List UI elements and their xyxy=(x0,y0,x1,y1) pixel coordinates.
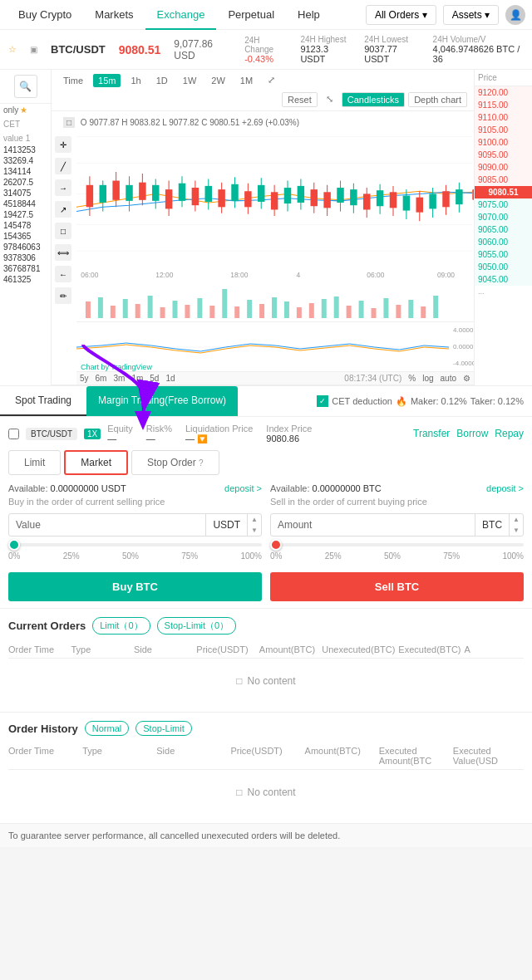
interval-1h[interactable]: 1h xyxy=(126,74,145,87)
sidebar-val-1[interactable]: 1413253 xyxy=(0,145,51,155)
interval-1m[interactable]: 1M xyxy=(235,74,258,87)
sidebar-val-11[interactable]: 9378306 xyxy=(0,252,51,263)
sidebar-val-3[interactable]: 134114 xyxy=(0,166,51,177)
ob-sell-8[interactable]: 9085.00 xyxy=(475,174,532,186)
user-avatar[interactable]: 👤 xyxy=(505,5,525,25)
ob-buy-6[interactable]: 9050.00 xyxy=(475,261,532,273)
transfer-link[interactable]: Transfer xyxy=(413,428,450,439)
ob-sell-5[interactable]: 9100.00 xyxy=(475,136,532,149)
ob-buy-1[interactable]: 9075.00 xyxy=(475,198,532,211)
zoom-1m[interactable]: 1m xyxy=(131,374,143,383)
sidebar-val-7[interactable]: 19427.5 xyxy=(0,209,51,220)
line-tool[interactable]: ╱ xyxy=(55,158,71,174)
history-normal-filter[interactable]: Normal xyxy=(85,721,129,736)
ob-sell-3[interactable]: 9110.00 xyxy=(475,111,532,124)
zoom-1d[interactable]: 1d xyxy=(165,374,175,383)
sell-slider-track[interactable] xyxy=(270,543,524,546)
ray-tool[interactable]: → xyxy=(55,179,71,196)
measure-tool[interactable]: ⟺ xyxy=(55,244,71,261)
ob-buy-3[interactable]: 9065.00 xyxy=(475,223,532,236)
sell-amount-input[interactable]: Amount BTC ▲ ▼ xyxy=(270,513,524,537)
cet-checkbox[interactable]: ✓ xyxy=(317,395,328,407)
pair-checkbox[interactable] xyxy=(8,429,19,439)
spot-trading-tab[interactable]: Spot Trading xyxy=(0,386,86,416)
sidebar-val-12[interactable]: 36768781 xyxy=(0,263,51,274)
expand-icon2[interactable]: ⤡ xyxy=(321,92,338,107)
ob-sell-4[interactable]: 9105.00 xyxy=(475,124,532,136)
ticker-pair[interactable]: BTC/USDT xyxy=(51,43,106,56)
nav-help[interactable]: Help xyxy=(286,0,332,30)
nav-buy-crypto[interactable]: Buy Crypto xyxy=(7,0,83,30)
rect-tool[interactable]: □ xyxy=(55,223,71,239)
market-btn[interactable]: Market xyxy=(64,450,128,475)
assets-btn[interactable]: Assets ▾ xyxy=(443,5,499,25)
pencil-tool[interactable]: ✏ xyxy=(55,287,71,304)
buy-value-down[interactable]: ▼ xyxy=(248,525,261,536)
depth-chart-btn[interactable]: Depth chart xyxy=(408,92,467,107)
search-button[interactable]: 🔍 xyxy=(14,75,37,98)
ob-sell-1[interactable]: 9120.00 xyxy=(475,86,532,99)
sell-deposit-link[interactable]: deposit > xyxy=(486,483,524,493)
ob-buy-2[interactable]: 9070.00 xyxy=(475,211,532,223)
interval-15m[interactable]: 15m xyxy=(93,74,121,87)
zoom-5y[interactable]: 5y xyxy=(80,374,89,383)
info-icon[interactable]: 🔽 xyxy=(197,434,207,443)
current-stoplimit-filter[interactable]: Stop-Limit（0） xyxy=(157,617,237,635)
buy-value-up[interactable]: ▲ xyxy=(248,514,261,525)
sidebar-val-2[interactable]: 33269.4 xyxy=(0,155,51,166)
nav-perpetual[interactable]: Perpetual xyxy=(216,0,286,30)
settings-icon[interactable]: ⚙ xyxy=(463,374,470,383)
zoom-5d[interactable]: 5d xyxy=(150,374,159,383)
limit-btn[interactable]: Limit xyxy=(8,450,61,475)
buy-btc-button[interactable]: Buy BTC xyxy=(8,572,262,601)
stop-order-btn[interactable]: Stop Order ? xyxy=(131,450,219,475)
sell-btc-button[interactable]: Sell BTC xyxy=(270,572,524,601)
sell-amount-down[interactable]: ▼ xyxy=(510,525,523,536)
current-limit-filter[interactable]: Limit（0） xyxy=(92,617,150,635)
interval-1d[interactable]: 1D xyxy=(151,74,173,87)
sidebar-val-8[interactable]: 145478 xyxy=(0,220,51,231)
zoom-6m[interactable]: 6m xyxy=(96,374,107,383)
ob-buy-5[interactable]: 9055.00 xyxy=(475,248,532,261)
nav-exchange[interactable]: Exchange xyxy=(145,0,217,30)
borrow-link[interactable]: Borrow xyxy=(456,428,488,439)
watchlist-star[interactable]: ☆ xyxy=(8,44,17,55)
nav-markets[interactable]: Markets xyxy=(83,0,145,30)
sidebar-val-9[interactable]: 154365 xyxy=(0,231,51,242)
sell-amount-up[interactable]: ▲ xyxy=(510,514,523,525)
interval-1w[interactable]: 1W xyxy=(178,74,202,87)
crosshair-tool[interactable]: ✛ xyxy=(55,136,71,153)
expand-icon[interactable]: ⤢ xyxy=(263,73,280,87)
sidebar-val-4[interactable]: 26207.5 xyxy=(0,177,51,188)
only-filter[interactable]: only ★ xyxy=(0,104,51,116)
buy-deposit-link[interactable]: deposit > xyxy=(224,483,262,493)
margin-trading-tab[interactable]: Margin Trading(Free Borrow) xyxy=(86,386,238,416)
back-tool[interactable]: ← xyxy=(55,266,71,282)
sidebar-val-5[interactable]: 314075 xyxy=(0,188,51,198)
tradingview-credit[interactable]: Chart by TradingView xyxy=(81,363,152,371)
log-btn[interactable]: log xyxy=(422,374,433,383)
buy-slider-thumb[interactable] xyxy=(8,539,20,551)
sidebar-val-13[interactable]: 461325 xyxy=(0,274,51,285)
sell-slider-thumb[interactable] xyxy=(270,539,282,551)
ob-sell-2[interactable]: 9115.00 xyxy=(475,99,532,111)
interval-2w[interactable]: 2W xyxy=(206,74,230,87)
arrow-tool[interactable]: ↗ xyxy=(55,201,71,218)
all-orders-btn[interactable]: All Orders ▾ xyxy=(366,5,436,25)
percent-btn[interactable]: % xyxy=(408,374,416,383)
candlesticks-btn[interactable]: Candlesticks xyxy=(342,92,405,107)
sidebar-val-6[interactable]: 4518844 xyxy=(0,198,51,209)
buy-value-input[interactable]: Value USDT ▲ ▼ xyxy=(8,513,262,537)
reset-btn[interactable]: Reset xyxy=(282,92,318,107)
ob-buy-7[interactable]: 9045.00 xyxy=(475,273,532,286)
auto-btn[interactable]: auto xyxy=(441,374,456,383)
ob-buy-4[interactable]: 9060.00 xyxy=(475,236,532,248)
buy-slider-track[interactable] xyxy=(8,543,262,546)
repay-link[interactable]: Repay xyxy=(495,428,524,439)
history-stoplimit-filter[interactable]: Stop-Limit xyxy=(135,721,192,736)
sidebar-val-10[interactable]: 97846063 xyxy=(0,242,51,252)
ob-sell-6[interactable]: 9095.00 xyxy=(475,149,532,161)
svg-rect-35 xyxy=(231,184,238,201)
zoom-3m[interactable]: 3m xyxy=(113,374,125,383)
ob-sell-7[interactable]: 9090.00 xyxy=(475,161,532,174)
